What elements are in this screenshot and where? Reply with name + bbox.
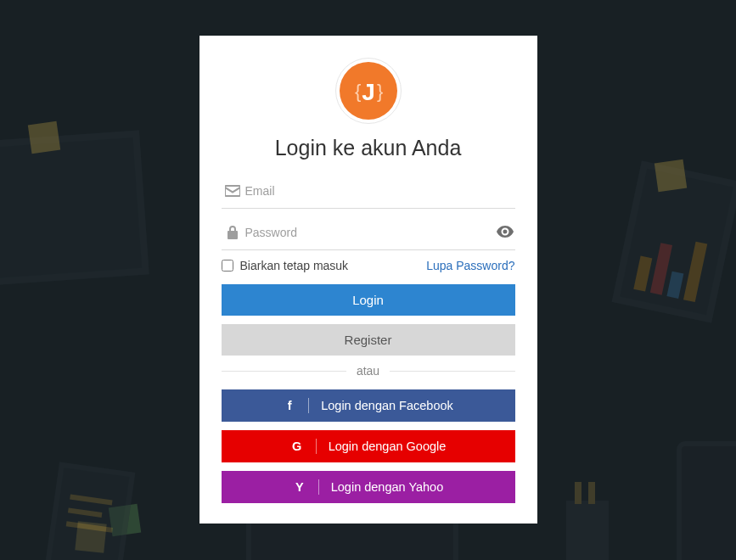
remember-me-label[interactable]: Biarkan tetap masuk: [222, 259, 349, 272]
google-icon: G: [290, 440, 304, 453]
password-field-wrap: [222, 217, 515, 250]
email-input[interactable]: [244, 181, 515, 201]
remember-me-checkbox[interactable]: [222, 260, 233, 272]
separator: [316, 439, 317, 454]
login-google-button[interactable]: G Login dengan Google: [222, 430, 515, 462]
svg-text:}: }: [377, 81, 383, 102]
password-input[interactable]: [244, 222, 495, 243]
lock-icon: [222, 226, 244, 239]
yahoo-icon: Y: [293, 480, 306, 494]
register-button[interactable]: Register: [222, 324, 515, 356]
email-icon: [222, 185, 244, 197]
svg-text:{: {: [355, 81, 361, 102]
login-card: { } J Login ke akun Anda Biarkan tetap m: [199, 36, 537, 524]
login-button[interactable]: Login: [222, 284, 515, 316]
forgot-password-link[interactable]: Lupa Password?: [426, 259, 514, 272]
yahoo-button-label: Login dengan Yahoo: [331, 480, 444, 494]
login-facebook-button[interactable]: f Login dengan Facebook: [222, 389, 515, 422]
eye-icon: [497, 226, 514, 240]
toggle-password-visibility-button[interactable]: [495, 226, 515, 240]
remember-me-text: Biarkan tetap masuk: [240, 259, 349, 272]
facebook-icon: f: [283, 399, 296, 412]
logo: { } J: [222, 58, 515, 124]
email-field-wrap: [222, 176, 515, 209]
google-button-label: Login dengan Google: [329, 440, 447, 453]
facebook-button-label: Login dengan Facebook: [321, 399, 453, 412]
page-title: Login ke akun Anda: [222, 136, 515, 160]
login-yahoo-button[interactable]: Y Login dengan Yahoo: [222, 471, 515, 503]
logo-badge: { } J: [340, 62, 397, 120]
divider-label: atau: [346, 364, 390, 378]
logo-letter: J: [362, 79, 375, 105]
divider-or: atau: [222, 364, 515, 378]
separator: [318, 479, 319, 495]
separator: [308, 398, 309, 413]
